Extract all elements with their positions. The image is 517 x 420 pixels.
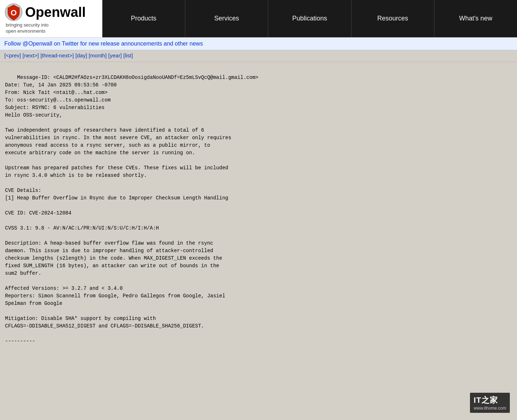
nav-thread-next-link[interactable]: [thread-next>] [41, 52, 74, 58]
twitter-banner-link[interactable]: Follow @Openwall on Twitter for new rele… [4, 41, 203, 47]
nav-prev-link[interactable]: [<prev] [4, 52, 21, 58]
logo-top: O Openwall [4, 3, 98, 22]
nav-item-whats-new[interactable]: What's new [434, 0, 517, 37]
watermark: IT之家 www.ithome.com [470, 393, 510, 413]
email-date: Date: Tue, 14 Jan 2025 09:53:56 -0700 [5, 82, 117, 88]
openwall-logo-icon: O [4, 3, 23, 22]
email-subject: Subject: RSYNC: 6 vulnerabilities [5, 105, 104, 110]
watermark-top: IT之家 [474, 395, 506, 406]
nav-list-link[interactable]: [list] [124, 52, 133, 58]
logo-tagline: bringing security into open environments [4, 22, 98, 34]
nav-year-link[interactable]: [year] [108, 52, 122, 58]
site-header: O Openwall bringing security into open e… [0, 0, 517, 38]
nav-item-services[interactable]: Services [185, 0, 268, 37]
email-nav-links: [<prev] [next>] [thread-next>] [day] [mo… [0, 50, 517, 62]
email-to: To: oss-security@...ts.openwall.com [5, 97, 111, 103]
main-nav: Products Services Publications Resources… [102, 0, 517, 37]
watermark-bottom: www.ithome.com [474, 406, 506, 411]
email-from: From: Nick Tait <ntait@...hat.com> [5, 90, 108, 95]
svg-text:O: O [10, 8, 17, 17]
nav-item-resources[interactable]: Resources [351, 0, 434, 37]
main-content: Message-ID: <CALDM2HfAOzs+zr3XLCDAKH8oOo… [0, 62, 517, 357]
twitter-banner: Follow @Openwall on Twitter for new rele… [0, 38, 517, 50]
nav-next-link[interactable]: [next>] [23, 52, 39, 58]
nav-item-products[interactable]: Products [102, 0, 185, 37]
email-body-text: Hello OSS-security, Two independent grou… [5, 112, 231, 344]
logo-area: O Openwall bringing security into open e… [0, 0, 102, 37]
email-message-id: Message-ID: <CALDM2HfAOzs+zr3XLCDAKH8oOo… [17, 75, 258, 80]
nav-day-link[interactable]: [day] [75, 52, 87, 58]
email-body: Message-ID: <CALDM2HfAOzs+zr3XLCDAKH8oOo… [5, 66, 512, 353]
nav-month-link[interactable]: [month] [89, 52, 107, 58]
logo-text: Openwall [25, 5, 86, 19]
nav-item-publications[interactable]: Publications [268, 0, 351, 37]
